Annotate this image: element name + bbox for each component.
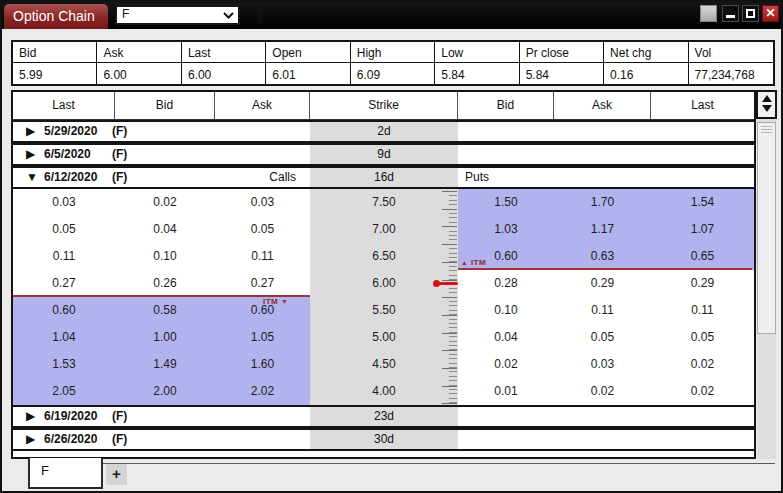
put-ask-cell[interactable]: 1.17 (554, 216, 651, 243)
scrollbar-track[interactable] (757, 119, 776, 459)
expiration-row[interactable]: ▶5/29/2020(F)2d (13, 120, 754, 143)
call-bid-cell[interactable]: 1.00 (115, 324, 215, 351)
call-last-cell[interactable]: 0.60 (13, 297, 115, 324)
put-bid-cell[interactable]: 0.28 (458, 270, 554, 297)
put-last-cell[interactable]: 0.02 (651, 351, 754, 378)
chain-column-header: Bid (458, 92, 554, 119)
put-bid-cell[interactable]: 0.10 (458, 297, 554, 324)
put-bid-cell[interactable]: 1.50 (458, 189, 554, 216)
expiration-row[interactable]: ▶6/19/2020(F)23d (13, 405, 754, 428)
put-bid-cell[interactable]: 1.03 (458, 216, 554, 243)
put-last-cell[interactable]: 0.02 (651, 378, 754, 405)
call-ask-cell[interactable]: 2.02 (215, 378, 310, 405)
expiration-row[interactable]: ▶6/5/2020(F)9d (13, 143, 754, 166)
tab-symbol-f[interactable]: F (28, 458, 103, 489)
strike-cell[interactable]: 4.00 (310, 378, 458, 405)
minimize-button[interactable] (722, 5, 739, 22)
put-ask-cell[interactable]: 0.02 (554, 378, 651, 405)
put-ask-cell[interactable]: 0.05 (554, 324, 651, 351)
put-last-cell[interactable]: 0.29 (651, 270, 754, 297)
symbol-dropdown-value: F (122, 7, 129, 21)
chain-column-header: Ask (554, 92, 651, 119)
call-last-cell[interactable]: 2.05 (13, 378, 115, 405)
call-bid-cell[interactable]: 0.26 (115, 270, 215, 297)
call-bid-cell[interactable]: 0.58 (115, 297, 215, 324)
put-last-cell[interactable]: 1.54 (651, 189, 754, 216)
call-bid-cell[interactable]: 1.49 (115, 351, 215, 378)
close-button[interactable]: ✕ (762, 5, 779, 22)
strike-cell[interactable]: 5.00 (310, 324, 458, 351)
expand-arrow-icon[interactable]: ▶ (26, 122, 40, 141)
call-ask-cell[interactable]: 1.05 (215, 324, 310, 351)
put-ask-cell[interactable]: 0.29 (554, 270, 651, 297)
call-bid-cell[interactable]: 0.02 (115, 189, 215, 216)
put-last-cell[interactable]: 0.65 (651, 243, 754, 270)
option-rows-block: 0.030.020.037.501.501.701.540.050.040.05… (13, 189, 754, 405)
quote-field-label: Bid (13, 42, 96, 63)
call-bid-cell[interactable]: 2.00 (115, 378, 215, 405)
strike-cell[interactable]: 7.00 (310, 216, 458, 243)
filter-funnel-icon[interactable] (251, 7, 269, 25)
option-row: 1.041.001.055.000.040.050.05 (13, 324, 754, 351)
itm-triangle-up-icon: ▲ (461, 259, 471, 266)
window-extra-button[interactable] (700, 5, 717, 22)
call-ask-cell[interactable]: 0.27 (215, 270, 310, 297)
call-bid-cell[interactable]: 0.10 (115, 243, 215, 270)
expiration-row[interactable]: ▶6/26/2020(F)30d (13, 428, 754, 451)
quote-field: Pr close5.84 (520, 42, 604, 84)
maximize-button[interactable] (742, 5, 759, 22)
window-title-tab[interactable]: Option Chain (4, 4, 108, 29)
chain-header-row: LastBidAskStrikeBidAskLast (13, 92, 754, 120)
quote-field-value: 5.84 (435, 63, 518, 82)
put-bid-cell[interactable]: 0.04 (458, 324, 554, 351)
put-ask-cell[interactable]: 0.63 (554, 243, 651, 270)
add-tab-button[interactable]: + (106, 464, 127, 485)
strike-cell[interactable]: 6.50 (310, 243, 458, 270)
put-last-cell[interactable]: 1.07 (651, 216, 754, 243)
expand-arrow-icon[interactable]: ▶ (26, 430, 40, 449)
quote-field-value: 0.16 (604, 63, 687, 82)
put-ask-cell[interactable]: 0.03 (554, 351, 651, 378)
quote-field-label: Net chg (604, 42, 687, 63)
put-last-cell[interactable]: 0.05 (651, 324, 754, 351)
expiration-row[interactable]: ▼6/12/2020(F)Calls16dPuts (13, 166, 754, 189)
quote-field-label: High (351, 42, 434, 63)
put-ask-cell[interactable]: 0.11 (554, 297, 651, 324)
strike-cell[interactable]: 7.50 (310, 189, 458, 216)
call-last-cell[interactable]: 0.05 (13, 216, 115, 243)
chain-column-header: Ask (215, 92, 310, 119)
scroll-up-icon[interactable] (762, 95, 772, 102)
put-ask-cell[interactable]: 1.70 (554, 189, 651, 216)
vertical-scrollbar[interactable] (756, 90, 777, 459)
put-last-cell[interactable]: 0.11 (651, 297, 754, 324)
collapse-arrow-icon[interactable]: ▼ (26, 168, 40, 187)
quote-field: Vol77,234,768 (689, 42, 773, 84)
scrollbar-thumb[interactable] (757, 122, 776, 334)
chain-body: ▶5/29/2020(F)2d▶6/5/2020(F)9d▼6/12/2020(… (13, 120, 754, 451)
strike-cell[interactable]: 4.50 (310, 351, 458, 378)
put-bid-cell[interactable]: 0.02 (458, 351, 554, 378)
expiration-series: (F) (112, 168, 127, 187)
scroll-down-icon[interactable] (762, 105, 772, 112)
symbol-dropdown[interactable]: F (115, 5, 240, 25)
call-ask-cell[interactable]: 0.05 (215, 216, 310, 243)
expiration-date: 6/12/2020 (44, 168, 97, 187)
call-last-cell[interactable]: 1.53 (13, 351, 115, 378)
tab-label: F (41, 463, 49, 478)
call-last-cell[interactable]: 0.11 (13, 243, 115, 270)
calls-label: Calls (208, 168, 296, 187)
put-bid-cell[interactable]: 0.01 (458, 378, 554, 405)
call-last-cell[interactable]: 0.27 (13, 270, 115, 297)
expand-arrow-icon[interactable]: ▶ (26, 145, 40, 164)
option-chain-window: Option Chain F ✕ Bid5.99Ask6.00Last6.00O… (0, 0, 783, 493)
call-ask-cell[interactable]: 0.11 (215, 243, 310, 270)
call-bid-cell[interactable]: 0.04 (115, 216, 215, 243)
strike-cell[interactable]: 5.50 (310, 297, 458, 324)
call-last-cell[interactable]: 1.04 (13, 324, 115, 351)
put-itm-label: ▲ ITM (461, 258, 486, 267)
call-ask-cell[interactable]: 1.60 (215, 351, 310, 378)
call-ask-cell[interactable]: 0.03 (215, 189, 310, 216)
option-row: 2.052.002.024.000.010.020.02 (13, 378, 754, 405)
call-last-cell[interactable]: 0.03 (13, 189, 115, 216)
expand-arrow-icon[interactable]: ▶ (26, 407, 40, 426)
